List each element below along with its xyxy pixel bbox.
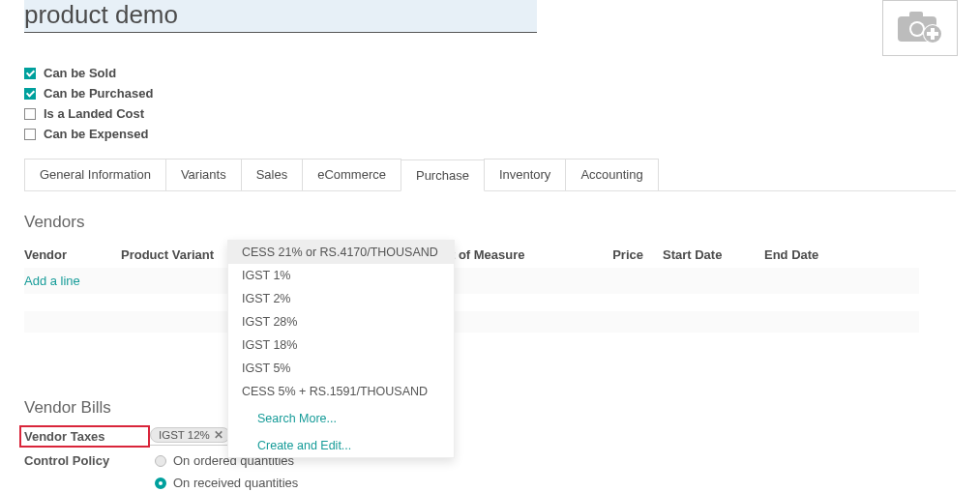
tax-option[interactable]: IGST 5% <box>228 357 454 380</box>
radio-selected-icon <box>155 478 166 489</box>
image-upload[interactable] <box>882 0 958 56</box>
vendor-taxes-label: Vendor Taxes <box>19 425 150 448</box>
tab-inventory[interactable]: Inventory <box>484 159 566 190</box>
tab-variants[interactable]: Variants <box>165 159 242 190</box>
tax-option[interactable]: IGST 1% <box>228 264 454 287</box>
svg-rect-7 <box>927 32 938 36</box>
tax-chip: IGST 12% ✕ <box>150 427 230 443</box>
can-be-purchased-checkbox[interactable] <box>24 88 36 100</box>
tab-general-information[interactable]: General Information <box>24 159 166 190</box>
camera-plus-icon <box>896 9 944 48</box>
column-price: Price <box>585 247 643 262</box>
can-be-purchased-label: Can be Purchased <box>44 86 153 101</box>
tab-purchase[interactable]: Purchase <box>401 159 485 191</box>
product-name-input[interactable] <box>24 0 537 33</box>
table-blank-row <box>24 311 919 333</box>
can-be-expensed-label: Can be Expensed <box>44 127 148 141</box>
tax-option[interactable]: IGST 28% <box>228 310 454 333</box>
is-landed-cost-label: Is a Landed Cost <box>44 106 144 121</box>
svg-rect-1 <box>909 12 923 19</box>
tax-chip-label: IGST 12% <box>159 429 210 441</box>
tax-option[interactable]: CESS 5% + RS.1591/THOUSAND <box>228 380 454 403</box>
tax-option[interactable]: IGST 18% <box>228 333 454 357</box>
remove-tax-icon[interactable]: ✕ <box>214 428 223 442</box>
policy-received-label: On received quantities <box>173 476 298 490</box>
create-and-edit-link[interactable]: Create and Edit... <box>228 434 454 457</box>
tab-ecommerce[interactable]: eCommerce <box>302 159 401 190</box>
svg-point-3 <box>911 23 923 35</box>
radio-icon <box>155 455 166 467</box>
can-be-expensed-checkbox[interactable] <box>24 129 36 140</box>
is-landed-cost-checkbox[interactable] <box>24 108 36 120</box>
policy-received-option[interactable]: On received quantities <box>155 476 298 490</box>
column-start-date: Start Date <box>643 247 764 262</box>
column-vendor: Vendor <box>24 247 121 262</box>
tax-option[interactable]: IGST 2% <box>228 287 454 310</box>
can-be-sold-label: Can be Sold <box>44 66 116 80</box>
vendor-bills-section-title: Vendor Bills <box>24 398 956 418</box>
can-be-sold-checkbox[interactable] <box>24 68 36 79</box>
tab-accounting[interactable]: Accounting <box>565 159 658 190</box>
tab-sales[interactable]: Sales <box>241 159 304 190</box>
column-end-date: End Date <box>764 247 880 262</box>
tax-dropdown: CESS 21% or RS.4170/THOUSAND IGST 1% IGS… <box>227 240 455 458</box>
search-more-link[interactable]: Search More... <box>228 407 454 430</box>
add-a-line-link[interactable]: Add a line <box>24 274 80 288</box>
vendors-section-title: Vendors <box>24 213 956 232</box>
control-policy-label: Control Policy <box>24 453 155 468</box>
tax-option[interactable]: CESS 21% or RS.4170/THOUSAND <box>228 241 454 264</box>
